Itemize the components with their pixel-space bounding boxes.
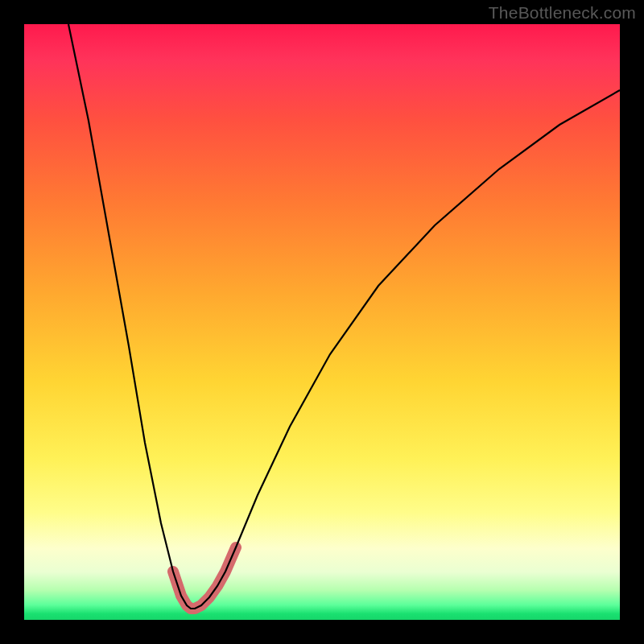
chart-plot-area	[24, 24, 620, 620]
watermark-label: TheBottleneck.com	[489, 3, 636, 23]
chart-svg	[24, 24, 620, 620]
bottleneck-curve-path	[68, 24, 620, 609]
